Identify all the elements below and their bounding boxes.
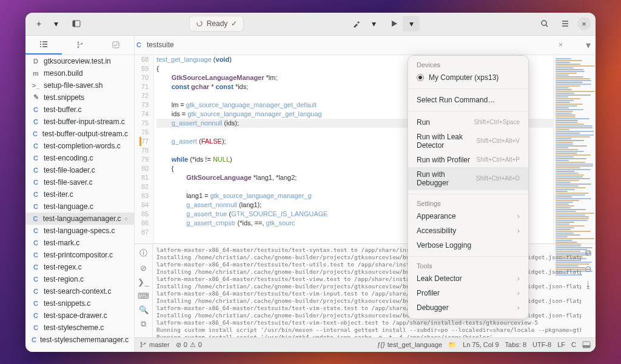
spinner-icon (196, 20, 203, 27)
branch-icon (139, 341, 147, 348)
language-mode[interactable]: C (571, 341, 576, 348)
tools-item[interactable]: Debugger› (408, 300, 528, 315)
menu-button[interactable] (557, 16, 574, 31)
device-label: My Computer (xps13) (429, 73, 498, 82)
file-row[interactable]: Ctest-buffer-input-stream.c (25, 116, 134, 128)
side-tab-project[interactable] (25, 36, 62, 55)
file-row[interactable]: Ctest-snippets.c (25, 297, 134, 309)
tools-item[interactable]: Profiler› (408, 286, 528, 300)
file-name: test-language.c (44, 202, 93, 211)
file-row[interactable]: Ctest-search-context.c (25, 285, 134, 297)
toggle-sidebar-button[interactable] (68, 16, 85, 31)
run-dropdown[interactable]: ▾ (403, 16, 420, 31)
info-icon[interactable]: ⓘ (139, 248, 147, 259)
new-button[interactable]: + (30, 16, 47, 31)
build-button[interactable] (348, 16, 365, 31)
file-row[interactable]: Ctest-completion-words.c (25, 140, 134, 152)
file-row[interactable]: mmeson.build (25, 67, 134, 79)
main-area: C testsuite × ▾ 686970717273747576777879… (135, 36, 596, 352)
file-row[interactable]: Ctest-file-saver.c (25, 176, 134, 188)
file-icon: C (32, 154, 40, 162)
file-tree[interactable]: Dgtksourceview.test.inmmeson.build>_setu… (25, 55, 134, 352)
search-button[interactable] (536, 16, 553, 31)
modified-dot: ○ (125, 216, 128, 222)
file-row[interactable]: Ctest-buffer.c (25, 104, 134, 116)
file-name: test-mark.c (44, 239, 79, 247)
build-dropdown[interactable]: ▾ (365, 16, 382, 31)
line-ending[interactable]: LF (557, 341, 565, 348)
file-row[interactable]: Ctest-region.c (25, 273, 134, 285)
window-close-button[interactable]: × (577, 17, 591, 30)
file-name: test-space-drawer.c (44, 311, 107, 320)
file-row[interactable]: Ctest-encoding.c (25, 152, 134, 164)
file-row[interactable]: Ctest-stylescheme.c (25, 322, 134, 334)
file-name: test-region.c (44, 275, 84, 283)
chevron-right-icon: › (517, 212, 520, 220)
file-row[interactable]: Ctest-mark.c (25, 237, 134, 249)
error-count: 0 (184, 341, 187, 348)
minimap[interactable] (553, 55, 596, 243)
file-name: test-styleschememanager.c (40, 336, 129, 344)
new-dropdown[interactable]: ▾ (47, 16, 64, 31)
file-name: test-buffer-input-stream.c (44, 117, 125, 126)
svg-rect-7 (113, 42, 119, 48)
file-name: test-language-specs.c (44, 227, 115, 235)
run-item[interactable]: RunShift+Ctrl+Space (408, 115, 528, 130)
run-item[interactable]: Run with DebuggerShift+Ctrl+Alt+D (408, 167, 528, 190)
settings-item[interactable]: Verbose Logging (408, 238, 528, 253)
file-icon: C (32, 106, 40, 113)
run-item[interactable]: Run with Leak DetectorShift+Ctrl+Alt+V (408, 130, 528, 153)
file-row[interactable]: Ctest-buffer-output-stream.c (25, 128, 134, 140)
file-row[interactable]: Ctest-language-specs.c (25, 225, 134, 237)
tab-width[interactable]: Tabs: 8 (505, 341, 526, 348)
sidebar-icon (72, 19, 81, 28)
select-run-command[interactable]: Select Run Command… (408, 93, 528, 107)
file-row[interactable]: Ctest-printcompositor.c (25, 249, 134, 261)
file-row[interactable]: Ctest-regex.c (25, 261, 134, 273)
file-icon: C (32, 288, 40, 295)
search-terminal-icon[interactable]: 🔍 (139, 305, 149, 314)
side-tab-vcs[interactable] (62, 36, 98, 55)
run-button[interactable] (386, 16, 403, 31)
line-gutter: 6869707172737475767778798081828384858687 (135, 55, 154, 243)
chevron-right-icon: › (517, 274, 520, 283)
tools-item[interactable]: Leak Detector› (408, 271, 528, 286)
file-name: test-encoding.c (44, 154, 93, 162)
file-name: setup-file-saver.sh (44, 81, 102, 90)
current-function[interactable]: ƒ{} test_get_language (377, 341, 442, 348)
file-name: test-completion-words.c (44, 142, 121, 150)
terminal-icon[interactable]: ❯_ (138, 277, 149, 286)
editor-tab-close[interactable]: × (559, 41, 581, 49)
download-terminal-icon[interactable]: ⭳ (584, 280, 592, 290)
settings-item[interactable]: Accessibility› (408, 223, 528, 238)
run-item[interactable]: Run with ProfilerShift+Ctrl+Alt+P (408, 153, 528, 167)
diagnostics-status[interactable]: ⊘0 ⚠0 (176, 341, 202, 349)
vcs-status[interactable]: master (139, 341, 170, 348)
file-row[interactable]: Ctest-space-drawer.c (25, 309, 134, 322)
device-item[interactable]: My Computer (xps13) (408, 70, 528, 85)
file-row[interactable]: Ctest-styleschememanager.c (25, 334, 134, 346)
devices-header: Devices (408, 59, 528, 70)
file-row[interactable]: Ctest-file-loader.c (25, 164, 134, 176)
run-label: Run with Debugger (417, 170, 471, 187)
settings-item[interactable]: Appearance› (408, 209, 528, 223)
file-row[interactable]: Ctest-language.c (25, 200, 134, 213)
run-label: Run (417, 118, 430, 127)
debug-console-icon[interactable]: ⌨ (138, 291, 149, 300)
file-row[interactable]: Ctest-iter.c (25, 188, 134, 200)
file-row[interactable]: Dgtksourceview.test.in (25, 55, 134, 67)
file-row[interactable]: Ctest-languagemanager.c○ (25, 213, 134, 225)
error-icon[interactable]: ⊘ (140, 263, 147, 273)
project-folder[interactable]: 📁 (448, 341, 457, 349)
editor-tab[interactable]: C testsuite × (135, 41, 581, 49)
cursor-position[interactable]: Ln 75, Col 9 (463, 341, 498, 348)
file-name: test-stylescheme.c (44, 323, 104, 332)
toggle-bottom-panel[interactable] (582, 340, 591, 349)
encoding[interactable]: UTF-8 (532, 341, 551, 348)
side-tab-tests[interactable] (98, 36, 134, 55)
tab-menu-button[interactable]: ▾ (581, 39, 596, 51)
file-row[interactable]: ✎test.snippets (25, 91, 134, 104)
bookmark-icon[interactable]: ⧉ (141, 319, 146, 329)
build-status-pill[interactable]: Ready ✓ (189, 16, 244, 31)
file-row[interactable]: >_setup-file-saver.sh (25, 79, 134, 91)
